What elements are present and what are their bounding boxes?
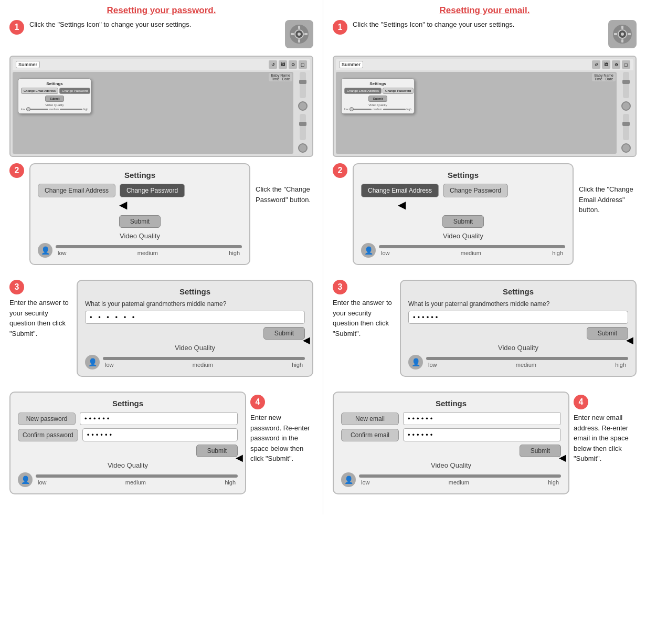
security-slider-icon-left: 👤 <box>85 355 100 369</box>
slider-low-step2-right: low <box>381 250 390 256</box>
mini-submit-right[interactable]: Submit <box>368 96 388 102</box>
submit-btn-step2-right[interactable]: Submit <box>442 215 484 228</box>
confirm-password-input[interactable] <box>82 428 238 441</box>
app-side-slider2-left <box>300 114 306 140</box>
right-title: Resetting your email. <box>333 5 637 16</box>
em-high-right: high <box>548 479 559 485</box>
security-question-right: What is your paternal grandmothers middl… <box>408 300 628 308</box>
step2-desc-left: Click the "Change Password" button. <box>256 184 313 205</box>
app-logo-right: Summer <box>339 61 363 68</box>
step4-circle-left: 4 <box>250 395 265 409</box>
password-slider-icon-left: 👤 <box>18 472 33 487</box>
tab-email-step2-left[interactable]: Change Email Address <box>38 184 115 197</box>
step3-circle-left: 3 <box>9 280 24 294</box>
step1-circle-left: 1 <box>9 20 24 35</box>
security-vq-left: Video Quality <box>85 344 305 352</box>
slider-track-step2-right[interactable] <box>379 245 565 248</box>
mini-settings-popup-left: Settings Change Email Address Change Pas… <box>18 78 91 114</box>
app-side-slider1-left <box>300 72 306 98</box>
mini-video-quality-right: Video Quality <box>344 103 411 107</box>
step3-desc-left: Enter the answer to your security questi… <box>9 298 72 339</box>
security-answer-right[interactable] <box>408 311 628 324</box>
sec-high-right: high <box>615 362 626 368</box>
sec-medium-left: medium <box>193 362 213 368</box>
slider-high-step2-right: high <box>552 250 563 256</box>
app-icon-refresh: ↺ <box>269 60 277 69</box>
step4-circle-right: 4 <box>574 395 588 409</box>
slider-low-step2-left: low <box>58 250 67 256</box>
confirm-email-row: Confirm email <box>341 428 561 441</box>
email-slider-icon-right: 👤 <box>341 472 356 487</box>
mini-settings-title-left: Settings <box>21 81 88 86</box>
app-icons-left: ↺ 🖼 ⚙ ▢ <box>269 60 307 69</box>
slider-row-step2-right: 👤 low medium high <box>361 243 565 258</box>
app-icon-gear: ⚙ <box>289 60 297 69</box>
security-card-left: Settings What is your paternal grandmoth… <box>77 280 313 377</box>
password-vq-left: Video Quality <box>18 461 238 469</box>
security-submit-left[interactable]: Submit <box>263 327 305 340</box>
mini-medium-right: medium <box>373 108 382 111</box>
email-slider-right: 👤 low medium high <box>341 472 561 487</box>
email-submit-btn[interactable]: Submit <box>520 445 561 457</box>
settings-title-step2-left: Settings <box>38 171 242 180</box>
pw-high-left: high <box>225 479 236 485</box>
email-card-right: Settings New email Confirm email Submit … <box>333 392 569 494</box>
svg-rect-11 <box>621 39 623 43</box>
mini-settings-title-right: Settings <box>344 81 411 86</box>
mini-high-left: high <box>83 108 88 111</box>
app-icons-right: ↺ 🖼 ⚙ ▢ <box>592 60 630 69</box>
step3-circle-right: 3 <box>333 280 347 294</box>
security-card-right: Settings What is your paternal grandmoth… <box>400 280 637 377</box>
password-slider-left: 👤 low medium high <box>18 472 238 487</box>
security-track-right[interactable] <box>426 357 628 360</box>
confirm-password-row: Confirm password <box>18 428 238 441</box>
security-submit-right[interactable]: Submit <box>587 327 628 340</box>
mini-medium-left: medium <box>49 108 59 111</box>
new-email-input[interactable] <box>403 412 561 425</box>
app-icon-img: 🖼 <box>279 60 287 69</box>
password-submit-btn[interactable]: Submit <box>196 445 238 457</box>
tab-email-step2-right[interactable]: Change Email Address <box>361 184 439 197</box>
svg-point-2 <box>298 33 301 36</box>
em-low-right: low <box>361 479 370 485</box>
app-baby-info-left: Baby NameTime Date <box>269 73 292 81</box>
app-icon-img-right: 🖼 <box>602 60 610 69</box>
confirm-password-label: Confirm password <box>18 429 78 441</box>
mini-tab2-right: Change Password <box>383 88 414 94</box>
app-side-knob1-left <box>298 101 308 111</box>
security-answer-left[interactable] <box>85 311 305 324</box>
tab-password-step2-left[interactable]: Change Password <box>120 184 185 197</box>
security-track-left[interactable] <box>103 357 305 360</box>
app-screenshot-1-left: Summer ↺ 🖼 ⚙ ▢ Baby NameTime Date Settin… <box>9 56 313 157</box>
slider-track-step2-left[interactable] <box>56 245 242 248</box>
email-title-right: Settings <box>341 399 561 408</box>
settings-icon-left <box>285 20 313 48</box>
right-step3-row: 3 Enter the answer to your security ques… <box>333 280 637 384</box>
app-icon-extra: ▢ <box>299 60 307 69</box>
email-track-right[interactable] <box>359 474 561 478</box>
left-step3-row: 3 Enter the answer to your security ques… <box>9 280 313 384</box>
tab-password-step2-right[interactable]: Change Password <box>443 184 508 197</box>
submit-btn-step2-left[interactable]: Submit <box>119 215 161 228</box>
app-icon-refresh-right: ↺ <box>592 60 600 69</box>
slider-row-step2-left: 👤 low medium high <box>38 243 242 258</box>
app-side-knob2-right <box>621 143 631 153</box>
left-step4-row: Settings New password Confirm password S… <box>9 392 313 502</box>
mini-submit-left[interactable]: Submit <box>45 96 65 102</box>
left-step2-row: 2 Settings Change Email Address Change P… <box>9 163 313 272</box>
app-main-right: Baby NameTime Date Settings Change Email… <box>336 72 617 154</box>
new-password-input[interactable] <box>80 412 238 425</box>
em-medium-right: medium <box>449 479 469 485</box>
email-vq-right: Video Quality <box>341 461 561 469</box>
confirm-email-input[interactable] <box>403 428 561 441</box>
security-question-left: What is your paternal grandmothers middl… <box>85 300 305 308</box>
password-track-left[interactable] <box>36 474 238 478</box>
password-card-left: Settings New password Confirm password S… <box>9 392 246 494</box>
security-slider-left: 👤 low medium high <box>85 355 305 369</box>
right-step1: 1 Click the "Settings Icon" to change yo… <box>333 20 637 48</box>
security-vq-right: Video Quality <box>408 344 628 352</box>
app-main-left: Baby NameTime Date Settings Change Email… <box>13 72 293 154</box>
step2-circle-right: 2 <box>333 163 347 178</box>
settings-card-step2-left: Settings Change Email Address Change Pas… <box>29 163 250 265</box>
mini-video-quality-left: Video Quality <box>21 103 88 107</box>
